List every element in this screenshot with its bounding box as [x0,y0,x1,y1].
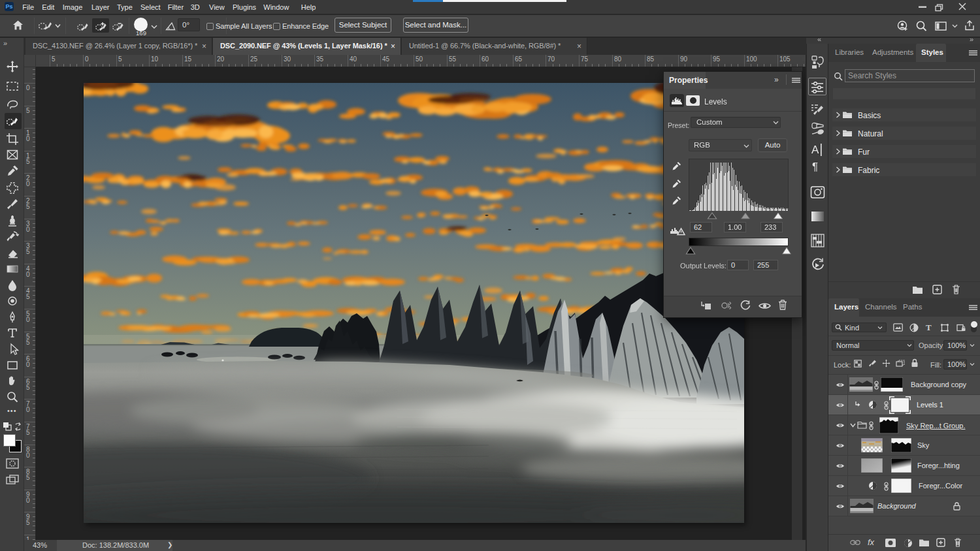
svg-text:A: A [811,144,819,156]
svg-text:¶: ¶ [812,161,818,173]
